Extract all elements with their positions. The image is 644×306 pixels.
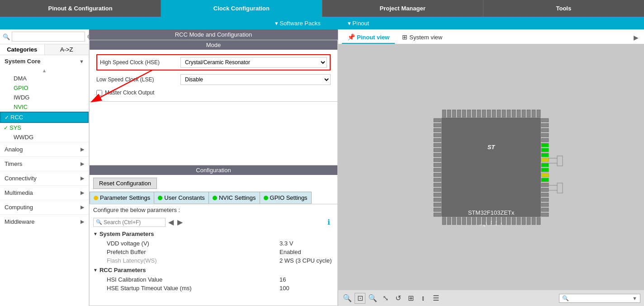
- svg-rect-13: [482, 110, 486, 117]
- collapse-icon-rcc: ▼: [93, 268, 98, 273]
- sidebar-item-sys[interactable]: ✓ SYS: [0, 123, 89, 132]
- params-label: Configure the below parameters :: [90, 204, 337, 216]
- bottom-toolbar: 🔍 ⊡ 🔍 ⤡ ↺ ⊞ ⫾ ☰ 🔍 ▼: [338, 290, 644, 306]
- chevron-right-icon: ▶: [80, 146, 84, 152]
- master-clock-label: Master Clock Output: [105, 89, 154, 96]
- master-clock-checkbox[interactable]: [96, 90, 102, 96]
- sidebar-item-iwdg[interactable]: IWDG: [0, 93, 89, 102]
- params-row-flash: Flash Latency(WS) 2 WS (3 CPU cycle): [93, 256, 334, 265]
- sidebar-tabs: Categories A->Z: [0, 44, 89, 55]
- hse-label: High Speed Clock (HSE): [100, 59, 177, 66]
- tab-az[interactable]: A->Z: [45, 44, 89, 55]
- system-params-header[interactable]: ▼ System Parameters: [93, 229, 334, 239]
- sidebar-item-dma[interactable]: DMA: [0, 74, 89, 83]
- tab-pinout-view[interactable]: 📌 Pinout view: [342, 31, 395, 44]
- collapse-panel-btn[interactable]: ▶: [632, 31, 640, 44]
- svg-rect-37: [502, 217, 506, 225]
- svg-rect-55: [434, 168, 441, 172]
- svg-rect-31: [472, 217, 476, 225]
- sidebar-category-timers[interactable]: Timers ▶: [0, 156, 89, 171]
- chevron-right-icon-conn: ▶: [80, 175, 84, 181]
- empty-area: [89, 102, 338, 165]
- params-value-flash: 2 WS (3 CPU cycle): [279, 257, 334, 264]
- lse-select[interactable]: Disable BYPASS Clock Source Crystal/Cera…: [180, 74, 331, 85]
- hse-select[interactable]: Crystal/Ceramic Resonator Disable BYPASS…: [180, 57, 327, 68]
- zoom-in-icon[interactable]: 🔍: [367, 293, 378, 304]
- sidebar-content: System Core ▼ ▲ DMA GPIO IWDG NVIC: [0, 55, 89, 306]
- tab-project-manager[interactable]: Project Manager: [322, 0, 483, 17]
- prev-icon[interactable]: ◀: [167, 217, 175, 227]
- svg-rect-6: [447, 110, 451, 117]
- next-icon[interactable]: ▶: [176, 217, 184, 227]
- svg-rect-50: [434, 143, 441, 147]
- params-search-input[interactable]: [104, 219, 163, 226]
- svg-rect-49: [434, 138, 441, 142]
- svg-rect-32: [477, 217, 481, 225]
- expand-icon[interactable]: ⤡: [380, 293, 391, 304]
- svg-rect-8: [457, 110, 461, 117]
- sidebar-category-middleware[interactable]: Middleware ▶: [0, 214, 89, 229]
- zoom-out-icon[interactable]: 🔍: [342, 293, 353, 304]
- sub-nav: ▾ Software Packs ▾ Pinout: [0, 17, 644, 29]
- svg-rect-86: [541, 148, 549, 152]
- svg-rect-98: [557, 183, 563, 193]
- svg-rect-20: [517, 110, 521, 117]
- tab-system-view[interactable]: ⊞ System view: [397, 31, 448, 44]
- sidebar-category-multimedia[interactable]: Multimedia ▶: [0, 185, 89, 200]
- svg-rect-60: [434, 193, 441, 197]
- master-clock-row: Master Clock Output: [96, 89, 331, 97]
- params-table: ▼ System Parameters VDD voltage (V) 3.3 …: [90, 229, 337, 306]
- grid-icon[interactable]: ⊞: [405, 293, 416, 304]
- sub-nav-software-packs[interactable]: ▾ Software Packs: [275, 20, 321, 27]
- svg-rect-53: [434, 158, 441, 162]
- svg-rect-23: [532, 110, 535, 117]
- tab-pinout-config[interactable]: Pinout & Configuration: [0, 0, 161, 17]
- svg-text:STM32F103ZETx: STM32F103ZETx: [468, 209, 515, 216]
- params-value-hse-timeout: 100: [279, 285, 334, 292]
- sidebar-item-gpio[interactable]: GPIO: [0, 83, 89, 93]
- sidebar-category-computing[interactable]: Computing ▶: [0, 200, 89, 214]
- svg-rect-43: [532, 217, 535, 225]
- tab-gpio-settings[interactable]: GPIO Settings: [260, 192, 312, 204]
- svg-rect-62: [434, 203, 441, 207]
- tab-nvic-settings[interactable]: NVIC Settings: [209, 192, 260, 204]
- mode-header: Mode: [90, 40, 337, 50]
- system-core-header[interactable]: System Core ▼: [0, 55, 89, 67]
- sidebar-search-input[interactable]: [12, 32, 85, 42]
- sidebar-category-connectivity[interactable]: Connectivity ▶: [0, 171, 89, 185]
- menu-icon[interactable]: ☰: [431, 293, 441, 304]
- columns-icon[interactable]: ⫾: [418, 293, 429, 304]
- sidebar-item-rcc[interactable]: ✓ RCC: [0, 112, 89, 123]
- svg-rect-26: [447, 217, 451, 225]
- svg-rect-14: [487, 110, 491, 117]
- svg-rect-85: [541, 143, 549, 147]
- sub-nav-pinout[interactable]: ▾ Pinout: [348, 20, 369, 27]
- toolbar-search-input[interactable]: [569, 295, 632, 301]
- params-value-vdd: 3.3 V: [279, 240, 334, 247]
- svg-rect-61: [434, 198, 441, 202]
- rcc-params-header[interactable]: ▼ RCC Parameters: [93, 265, 334, 275]
- toolbar-search-dropdown-icon[interactable]: ▼: [632, 296, 637, 301]
- check-icon: ✓: [5, 114, 9, 121]
- hse-row: High Speed Clock (HSE) Crystal/Ceramic R…: [96, 54, 331, 71]
- tab-tools[interactable]: Tools: [483, 0, 644, 17]
- tab-parameter-settings[interactable]: Parameter Settings: [90, 192, 154, 204]
- svg-rect-78: [541, 183, 549, 187]
- chevron-down-icon: ▼: [79, 59, 84, 64]
- mode-content: High Speed Clock (HSE) Crystal/Ceramic R…: [90, 50, 337, 101]
- rotate-icon[interactable]: ↺: [393, 293, 403, 304]
- tab-categories[interactable]: Categories: [0, 44, 45, 55]
- tab-clock-config[interactable]: Clock Configuration: [161, 0, 322, 17]
- fit-view-icon[interactable]: ⊡: [355, 293, 365, 304]
- dot-yellow: [94, 196, 98, 200]
- tab-user-constants[interactable]: User Constants: [154, 192, 209, 204]
- reset-config-button[interactable]: Reset Configuration: [93, 178, 157, 189]
- svg-rect-7: [452, 110, 456, 117]
- info-icon[interactable]: ℹ: [327, 218, 330, 226]
- config-tabs: Parameter Settings User Constants NVIC S…: [90, 192, 337, 204]
- sidebar-item-wwdg[interactable]: WWDG: [0, 132, 89, 142]
- params-row-hsi: HSI Calibration Value 16: [93, 275, 334, 284]
- sidebar-category-analog[interactable]: Analog ▶: [0, 142, 89, 156]
- sidebar-item-nvic[interactable]: NVIC: [0, 102, 89, 112]
- params-search-box: 🔍: [93, 218, 166, 227]
